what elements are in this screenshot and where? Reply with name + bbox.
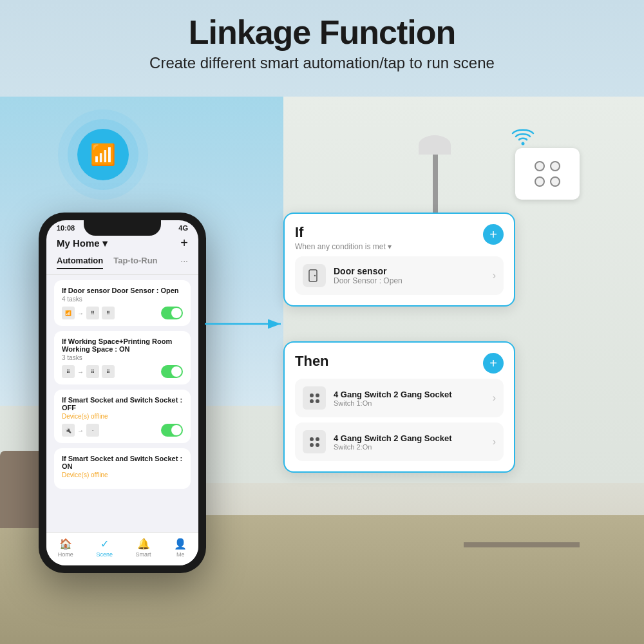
action-text-1: 4 Gang Switch 2 Gang Socket Switch 1:On (334, 390, 485, 407)
bottom-nav: 🏠 Home ✓ Scene 🔔 Smart 👤 Me (46, 532, 198, 565)
if-card-title-group: If When any condition is met ▾ (295, 224, 392, 251)
svg-point-5 (314, 275, 316, 276)
tab-automation[interactable]: Automation (57, 256, 103, 269)
automation-list: If Door sensor Door Sensor : Open 4 task… (46, 275, 198, 499)
switch-icon-3: · (86, 424, 99, 437)
phone-header: My Home ▾ + (46, 233, 198, 256)
switch-icon-1b: ⠿ (102, 307, 115, 319)
socket-grid (535, 161, 560, 187)
arrow-icon-1: → (77, 310, 84, 317)
action-chevron-2[interactable]: › (493, 436, 496, 448)
wifi-circle-icon: 📶 (77, 129, 129, 180)
phone-mockup: 10:08 4G My Home ▾ + Automation Tap-to-R… (39, 213, 206, 573)
condition-chevron-door[interactable]: › (493, 270, 496, 281)
automation-row-2: ⠿ → ⠿ ⠿ (62, 365, 183, 378)
nav-me[interactable]: 👤 Me (174, 538, 187, 558)
toggle-3[interactable] (161, 424, 183, 437)
socket-hole-4 (550, 176, 560, 187)
action-item-1[interactable]: 4 Gang Switch 2 Gang Socket Switch 1:On … (295, 379, 504, 417)
action-name-1: 4 Gang Switch 2 Gang Socket (334, 390, 485, 399)
home-label[interactable]: My Home ▾ (57, 238, 108, 249)
phone-body: 10:08 4G My Home ▾ + Automation Tap-to-R… (39, 213, 206, 573)
action-text-2: 4 Gang Switch 2 Gang Socket Switch 2:On (334, 433, 485, 451)
smart-nav-icon: 🔔 (137, 538, 150, 550)
automation-icons-3: 🔌 → · (62, 424, 99, 437)
action-icon-1 (303, 386, 326, 410)
arrow-icon-3: → (77, 427, 84, 434)
automation-title-2: If Working Space+Printing Room Working S… (62, 337, 183, 353)
socket-icon-2: ⠿ (62, 365, 75, 378)
if-subtitle[interactable]: When any condition is met ▾ (295, 242, 392, 251)
automation-title-1: If Door sensor Door Sensor : Open (62, 287, 183, 294)
main-title: Linkage Function (0, 13, 644, 52)
svg-point-0 (522, 142, 525, 146)
table (464, 542, 580, 547)
dot-5 (310, 437, 314, 441)
lamp-shade (419, 135, 451, 155)
condition-desc-door: Door Sensor : Open (334, 276, 485, 285)
dot-2 (316, 393, 319, 397)
then-card-header: Then + (295, 353, 504, 374)
dot-6 (316, 437, 319, 441)
automation-item-3[interactable]: If Smart Socket and Switch Socket : OFF … (54, 390, 191, 443)
nav-smart-label: Smart (136, 551, 151, 558)
nav-scene[interactable]: ✓ Scene (96, 538, 113, 558)
toggle-1[interactable] (161, 307, 183, 319)
switch-icon-2b: ⠿ (102, 365, 115, 378)
condition-name-door: Door sensor (334, 266, 485, 276)
action-icon-2 (303, 430, 326, 453)
toggle-2[interactable] (161, 365, 183, 378)
switch-dots-2 (310, 437, 319, 447)
add-scene-button[interactable]: + (180, 236, 188, 251)
socket-hole-2 (550, 161, 560, 171)
if-add-button[interactable]: + (483, 224, 504, 245)
sensor-icon: 📶 (62, 307, 75, 319)
if-title: If (295, 224, 392, 241)
phone-screen: 10:08 4G My Home ▾ + Automation Tap-to-R… (46, 220, 198, 565)
scene-nav-icon: ✓ (100, 538, 109, 550)
action-chevron-1[interactable]: › (493, 392, 496, 404)
automation-title-4: If Smart Socket and Switch Socket : ON (62, 455, 183, 470)
tab-tap-to-run[interactable]: Tap-to-Run (113, 256, 157, 269)
dot-1 (310, 393, 314, 397)
condition-item-door[interactable]: Door sensor Door Sensor : Open › (295, 256, 504, 295)
action-desc-1: Switch 1:On (334, 399, 485, 407)
nav-home[interactable]: 🏠 Home (58, 538, 73, 558)
plug-icon-3: 🔌 (62, 424, 75, 437)
socket-hole-3 (535, 176, 545, 187)
automation-subtitle-4: Device(s) offline (62, 471, 183, 478)
sub-title: Create different smart automation/tap to… (0, 54, 644, 72)
action-desc-2: Switch 2:On (334, 443, 485, 451)
status-time: 10:08 (57, 224, 75, 232)
nav-smart[interactable]: 🔔 Smart (136, 538, 151, 558)
dot-8 (316, 443, 319, 447)
me-nav-icon: 👤 (174, 538, 187, 550)
then-title: Then (295, 353, 329, 370)
if-card: If When any condition is met ▾ + Door se… (283, 213, 515, 307)
automation-item-2[interactable]: If Working Space+Printing Room Working S… (54, 331, 191, 384)
automation-row-3: 🔌 → · (62, 424, 183, 437)
automation-icons-1: 📶 → ⠿ ⠿ (62, 307, 115, 319)
home-nav-icon: 🏠 (59, 538, 72, 550)
then-add-button[interactable]: + (483, 353, 504, 374)
nav-me-label: Me (176, 551, 185, 558)
dot-3 (310, 399, 314, 403)
wifi-icon: 📶 (90, 142, 116, 167)
door-sensor-icon (303, 264, 326, 287)
automation-title-3: If Smart Socket and Switch Socket : OFF (62, 396, 183, 412)
nav-scene-label: Scene (96, 551, 113, 558)
automation-subtitle-3: Device(s) offline (62, 413, 183, 420)
phone-tabs: Automation Tap-to-Run ··· (46, 256, 198, 275)
switch-dots-1 (310, 393, 319, 403)
action-name-2: 4 Gang Switch 2 Gang Socket (334, 433, 485, 443)
action-item-2[interactable]: 4 Gang Switch 2 Gang Socket Switch 2:On … (295, 422, 504, 461)
more-options-icon[interactable]: ··· (180, 256, 188, 269)
automation-item-1[interactable]: If Door sensor Door Sensor : Open 4 task… (54, 280, 191, 326)
automation-row-1: 📶 → ⠿ ⠿ (62, 307, 183, 319)
arrow-icon-2: → (77, 368, 84, 375)
switch-icon-2a: ⠿ (86, 365, 99, 378)
header-section: Linkage Function Create different smart … (0, 13, 644, 72)
automation-item-4[interactable]: If Smart Socket and Switch Socket : ON D… (54, 448, 191, 489)
pointer-arrow (205, 314, 289, 334)
automation-subtitle-1: 4 tasks (62, 296, 183, 303)
